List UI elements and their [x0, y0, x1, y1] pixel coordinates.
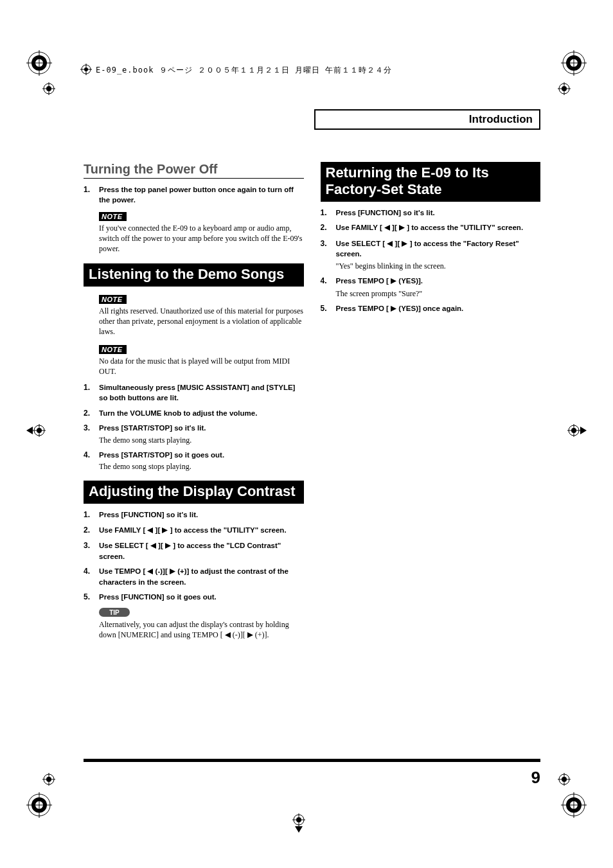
crop-small-bottom-left	[42, 773, 55, 786]
doc-source-text: E-09_e.book ９ページ ２００５年１１月２１日 月曜日 午前１１時２４…	[96, 65, 392, 76]
section-header-title: Introduction	[469, 113, 533, 125]
svg-text:TIP: TIP	[109, 609, 120, 616]
step-text: Use SELECT [ ][ ] to access the "Factory…	[336, 239, 541, 260]
heading-power-off: Turning the Power Off	[84, 162, 304, 179]
svg-point-63	[121, 608, 130, 617]
triangle-right-icon	[391, 277, 396, 287]
svg-marker-66	[247, 632, 253, 638]
crop-mid-right	[567, 424, 587, 437]
step-text: Turn the VOLUME knob to adjust the volum…	[99, 409, 304, 419]
svg-marker-71	[391, 278, 396, 284]
header-reg-icon	[80, 64, 92, 77]
note-badge: NOTE	[99, 345, 127, 354]
crop-mid-bottom	[292, 813, 305, 833]
reset-step-4: 4. Press TEMPO [ (YES)]. The screen prom…	[321, 276, 541, 299]
svg-marker-65	[225, 632, 231, 638]
page-number: 9	[531, 768, 540, 788]
step-number: 1.	[84, 510, 93, 520]
power-off-step-1: 1. Press the top panel power button once…	[84, 185, 304, 205]
step-text: Press [START/STOP] so it goes out.	[99, 450, 304, 461]
demo-step-4: 4. Press [START/STOP] so it goes out. Th…	[84, 450, 304, 472]
crop-small-top-right	[558, 82, 571, 95]
heading-factory-reset: Returning the E-09 to Its Factory-Set St…	[321, 162, 541, 202]
left-column: Turning the Power Off 1. Press the top p…	[84, 162, 304, 647]
note-badge: NOTE	[99, 212, 127, 221]
crop-mid-left	[26, 424, 46, 437]
reset-step-1: 1. Press [FUNCTION] so it's lit.	[321, 208, 541, 218]
step-number: 4.	[84, 567, 93, 587]
svg-marker-60	[170, 569, 175, 574]
step-number: 4.	[84, 450, 93, 472]
step-number: 3.	[321, 239, 330, 271]
svg-marker-50	[295, 826, 303, 833]
step-text: Use FAMILY [ ][ ] to access the "UTILITY…	[336, 223, 541, 234]
step-number: 1.	[84, 383, 93, 403]
contrast-step-4: 4. Use TEMPO [ (-)][ (+)] to adjust the …	[84, 567, 304, 587]
step-body: The demo song starts playing.	[99, 435, 304, 445]
step-number: 2.	[84, 409, 93, 419]
triangle-right-icon	[170, 567, 175, 578]
svg-marker-58	[165, 543, 171, 549]
registration-target-top-left	[26, 50, 52, 76]
svg-marker-72	[391, 306, 396, 312]
step-text: Use TEMPO [ (-)][ (+)] to adjust the con…	[99, 567, 304, 587]
demo-note-1: All rights reserved. Unauthorized use of…	[99, 306, 304, 337]
triangle-left-icon	[384, 224, 390, 234]
triangle-right-icon	[399, 224, 405, 234]
step-number: 5.	[321, 304, 330, 315]
crop-small-top-left	[42, 82, 55, 95]
step-text: Press TEMPO [ (YES)] once again.	[336, 304, 541, 315]
step-number: 3.	[84, 423, 93, 445]
contrast-tip-text: Alternatively, you can adjust the displa…	[99, 619, 304, 641]
tip-badge: TIP	[99, 608, 130, 617]
step-body: The demo song stops playing.	[99, 461, 304, 472]
step-text: Use SELECT [ ][ ] to access the "LCD Con…	[99, 541, 304, 562]
reset-step-2: 2. Use FAMILY [ ][ ] to access the "UTIL…	[321, 223, 541, 234]
step-number: 4.	[321, 276, 330, 299]
crop-small-bottom-right	[558, 773, 571, 786]
step-text: Simultaneously press [MUSIC ASSISTANT] a…	[99, 383, 304, 403]
demo-step-2: 2. Turn the VOLUME knob to adjust the vo…	[84, 409, 304, 419]
reset-step-5: 5. Press TEMPO [ (YES)] once again.	[321, 304, 541, 315]
step-text: Press [FUNCTION] so it goes out.	[99, 592, 304, 603]
triangle-left-icon	[150, 542, 156, 552]
svg-marker-45	[580, 427, 587, 434]
registration-target-bottom-right	[561, 792, 587, 818]
step-number: 2.	[321, 223, 330, 234]
note-badge: NOTE	[99, 295, 127, 304]
step-number: 3.	[84, 541, 93, 562]
heading-contrast: Adjusting the Display Contrast	[84, 481, 304, 504]
step-text: Press [FUNCTION] so it's lit.	[99, 510, 304, 520]
svg-marker-57	[150, 543, 156, 549]
step-number: 2.	[84, 526, 93, 536]
registration-target-bottom-left	[26, 792, 52, 818]
reset-step-3: 3. Use SELECT [ ][ ] to access the "Fact…	[321, 239, 541, 271]
demo-step-1: 1. Simultaneously press [MUSIC ASSISTANT…	[84, 383, 304, 403]
step-text: Press the top panel power button once ag…	[99, 185, 304, 205]
svg-marker-36	[26, 427, 33, 434]
step-text: Use FAMILY [ ][ ] to access the "UTILITY…	[99, 526, 304, 536]
step-body: The screen prompts "Sure?"	[336, 288, 541, 299]
demo-note-2: No data for the music that is played wil…	[99, 356, 304, 376]
triangle-left-icon	[225, 630, 231, 641]
step-number: 5.	[84, 592, 93, 603]
triangle-right-icon	[391, 305, 396, 315]
step-number: 1.	[84, 185, 93, 205]
demo-step-3: 3. Press [START/STOP] so it's lit. The d…	[84, 423, 304, 445]
step-number: 1.	[321, 208, 330, 218]
contrast-step-3: 3. Use SELECT [ ][ ] to access the "LCD …	[84, 541, 304, 562]
right-column: Returning the E-09 to Its Factory-Set St…	[321, 162, 541, 647]
contrast-step-1: 1. Press [FUNCTION] so it's lit.	[84, 510, 304, 520]
step-text: Press TEMPO [ (YES)].	[336, 276, 541, 287]
contrast-step-2: 2. Use FAMILY [ ][ ] to access the "UTIL…	[84, 526, 304, 536]
power-off-note-text: If you've connected the E-09 to a keyboa…	[99, 223, 304, 254]
step-text: Press [FUNCTION] so it's lit.	[336, 208, 541, 218]
svg-marker-67	[384, 225, 390, 231]
footer-rule	[84, 759, 540, 762]
section-header-box: Introduction	[314, 109, 540, 130]
step-text: Press [START/STOP] so it's lit.	[99, 423, 304, 434]
step-body: "Yes" begins blinking in the screen.	[336, 261, 541, 271]
heading-demo-songs: Listening to the Demo Songs	[84, 263, 304, 287]
triangle-right-icon	[247, 630, 253, 641]
registration-target-top-right	[561, 50, 587, 76]
